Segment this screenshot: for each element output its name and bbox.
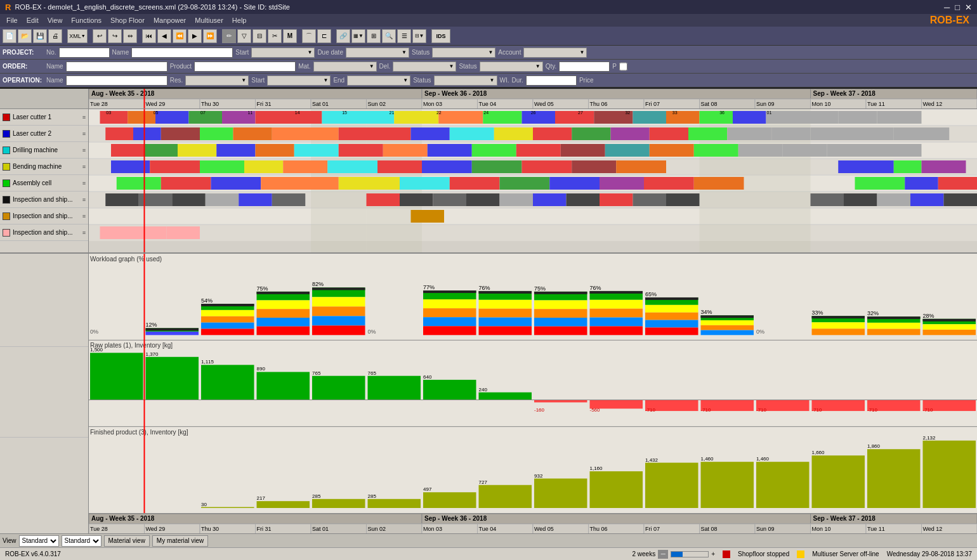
menu-view[interactable]: View <box>44 16 67 25</box>
version-label: ROB-EX v6.4.0.317 <box>5 550 61 557</box>
resource-bending[interactable]: Bending machine ≡ <box>0 159 88 175</box>
scissors-button[interactable]: ✂ <box>268 29 282 43</box>
zoom-plus[interactable]: + <box>711 550 715 557</box>
resource-drilling[interactable]: Drilling machine ≡ <box>0 142 88 159</box>
resource-laser1[interactable]: Laser cutter 1 ≡ <box>0 109 88 126</box>
move-button[interactable]: ⇔ <box>123 29 137 43</box>
order-del-dropdown[interactable]: ▼ <box>393 62 456 72</box>
bottom-timeline-canvas <box>89 514 977 533</box>
p-label: P <box>612 63 617 70</box>
link-button[interactable]: 🔗 <box>336 29 350 43</box>
open-button[interactable]: 📂 <box>18 29 32 43</box>
bottombar: View Standard Standard Material view My … <box>0 533 977 547</box>
project-status-dropdown[interactable]: ▼ <box>432 48 495 58</box>
project-due-dropdown[interactable]: ▼ <box>346 48 409 58</box>
resource-assembly[interactable]: Assembly cell ≡ <box>0 175 88 192</box>
bending-icon[interactable]: ≡ <box>82 164 86 170</box>
assembly-icon[interactable]: ≡ <box>82 180 86 186</box>
project-account-dropdown[interactable]: ▼ <box>523 48 587 58</box>
resource-insp2[interactable]: Inpsection and ship... ≡ <box>0 208 88 225</box>
menu-help[interactable]: Help <box>228 16 251 25</box>
op-end-dropdown[interactable]: ▼ <box>347 75 410 86</box>
next-button[interactable]: ▶ <box>188 29 202 43</box>
operation-filter-row: OPERATION: Name Res. ▼ Start ▼ End ▼ Sta… <box>0 74 977 88</box>
bracket-button[interactable]: ⊏ <box>317 29 331 43</box>
maximize-button[interactable]: □ <box>955 3 960 12</box>
menu-shopfloor[interactable]: Shop Floor <box>107 16 148 25</box>
filter-button[interactable]: ▽ <box>237 29 251 43</box>
view-select[interactable]: Standard <box>19 535 59 547</box>
skip-start-button[interactable]: ⏮ <box>142 29 156 43</box>
menubar: File Edit View Functions Shop Floor Manp… <box>0 14 977 27</box>
table-button[interactable]: ⊟▼ <box>412 29 426 43</box>
project-filter-row: PROJECT: No. Name Start ▼ Due date ▼ Sta… <box>0 46 977 60</box>
pencil-button[interactable]: ✏ <box>222 29 236 43</box>
op-res-dropdown[interactable]: ▼ <box>185 75 249 86</box>
menu-functions[interactable]: Functions <box>67 16 105 25</box>
insp2-icon[interactable]: ≡ <box>82 213 86 219</box>
list-button[interactable]: ☰ <box>397 29 411 43</box>
gantt-bars-container <box>89 109 977 252</box>
new-button[interactable]: 📄 <box>3 29 16 43</box>
op-name-input[interactable] <box>66 75 167 86</box>
skip-prev-button[interactable]: ⏪ <box>173 29 187 43</box>
laser2-label: Laser cutter 2 <box>13 130 51 137</box>
window-title: ROB-EX - demolet_1_english_discrete_scre… <box>15 3 290 11</box>
laser1-icon[interactable]: ≡ <box>82 114 86 120</box>
save-button[interactable]: 💾 <box>33 29 47 43</box>
material-view-button[interactable]: Material view <box>104 535 150 547</box>
app-icon: R <box>5 3 11 12</box>
prev-button[interactable]: ◀ <box>157 29 171 43</box>
no-label: No. <box>46 49 56 56</box>
project-no-input[interactable] <box>59 48 110 58</box>
p-checkbox[interactable] <box>619 62 627 71</box>
menu-file[interactable]: File <box>3 16 22 25</box>
zoom-minus[interactable]: ─ <box>658 550 668 559</box>
insp3-icon[interactable]: ≡ <box>82 230 86 236</box>
order-product-input[interactable] <box>194 62 296 72</box>
my-material-view-button[interactable]: My material view <box>152 535 208 547</box>
undo-button[interactable]: ↩ <box>93 29 107 43</box>
order-qty-input[interactable] <box>559 62 610 72</box>
project-start-dropdown[interactable]: ▼ <box>251 48 315 58</box>
menu-edit[interactable]: Edit <box>23 16 43 25</box>
ids-button[interactable]: IDS <box>431 29 450 43</box>
op-status-dropdown[interactable]: ▼ <box>434 75 497 86</box>
gantt-canvas[interactable] <box>89 109 977 252</box>
order-name-input[interactable] <box>66 62 167 72</box>
curve-button[interactable]: ⌒ <box>302 29 316 43</box>
start-label: Start <box>235 49 249 56</box>
minimize-button[interactable]: ─ <box>944 3 950 12</box>
material-view-select[interactable]: Standard <box>62 535 102 547</box>
op-dur-input[interactable] <box>526 75 577 86</box>
order-mat-dropdown[interactable]: ▼ <box>313 62 377 72</box>
insp1-icon[interactable]: ≡ <box>82 197 86 203</box>
order-status-dropdown[interactable]: ▼ <box>480 62 543 72</box>
charts-canvas <box>89 254 977 533</box>
laser2-icon[interactable]: ≡ <box>82 131 86 137</box>
operation-label: OPERATION: <box>3 77 44 84</box>
zoom-indicator <box>671 552 682 557</box>
resource-insp3[interactable]: Inspection and ship... ≡ <box>0 225 88 241</box>
filter2-button[interactable]: ⊟ <box>252 29 266 43</box>
op-start-dropdown[interactable]: ▼ <box>267 75 331 86</box>
menu-multiuser[interactable]: Multiuser <box>191 16 227 25</box>
redo-button[interactable]: ↪ <box>108 29 122 43</box>
drilling-icon[interactable]: ≡ <box>82 147 86 153</box>
resource-insp1[interactable]: Inspection and ship... ≡ <box>0 192 88 208</box>
zoom-button[interactable]: 🔍 <box>382 29 396 43</box>
xml-button[interactable]: XML▼ <box>67 29 88 43</box>
end-label: End <box>333 77 344 84</box>
print-button[interactable]: 🖨 <box>48 29 62 43</box>
mat-label: Mat. <box>298 63 310 70</box>
resource-laser2[interactable]: Laser cutter 2 ≡ <box>0 126 88 142</box>
menu-manpower[interactable]: Manpower <box>150 16 190 25</box>
m-button[interactable]: M <box>283 29 297 43</box>
close-button[interactable]: ✕ <box>965 3 972 12</box>
zoom-control[interactable]: 2 weeks ─ + <box>633 550 716 559</box>
grid-button[interactable]: ▦▼ <box>351 29 365 43</box>
window-button[interactable]: ⊞ <box>367 29 381 43</box>
project-name-input[interactable] <box>131 48 233 58</box>
skip-next-button[interactable]: ⏩ <box>203 29 217 43</box>
charts-labels <box>0 254 89 533</box>
